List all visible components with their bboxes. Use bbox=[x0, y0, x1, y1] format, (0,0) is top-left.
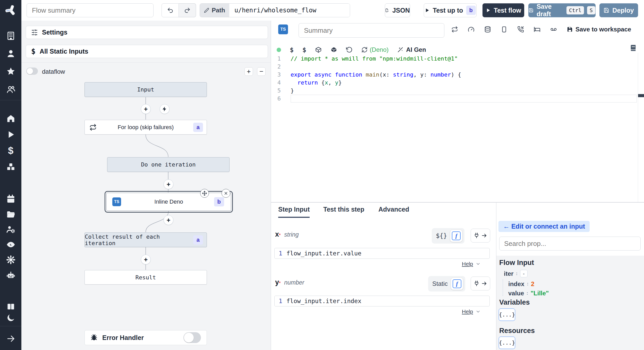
field-y-connect-button[interactable] bbox=[471, 277, 490, 290]
sleep-bed-icon[interactable] bbox=[534, 26, 540, 33]
search-prop-input[interactable] bbox=[499, 237, 641, 251]
tree-row-iter[interactable]: iter : - bbox=[504, 270, 528, 277]
variables-dollar-icon[interactable]: $ bbox=[302, 46, 306, 54]
variables-object-button[interactable]: {...} bbox=[499, 309, 515, 321]
tree-row-value[interactable]: value : "Lille" bbox=[508, 290, 549, 297]
function-mode-button[interactable]: f bbox=[450, 230, 462, 242]
resources-boxes-icon[interactable] bbox=[0, 161, 21, 172]
redo-button[interactable] bbox=[179, 3, 196, 17]
path-input[interactable] bbox=[229, 4, 350, 17]
variables-dollar-icon[interactable]: $ bbox=[0, 145, 21, 156]
undo-button[interactable] bbox=[162, 3, 179, 17]
zoom-out-button[interactable]: − bbox=[257, 67, 266, 76]
save-icon bbox=[567, 26, 573, 32]
field-y-help-link[interactable]: Help bbox=[462, 309, 481, 315]
voicemail-icon[interactable] bbox=[550, 26, 557, 33]
star-icon[interactable] bbox=[0, 66, 21, 77]
step-summary-input[interactable] bbox=[299, 23, 444, 38]
field-x-help-link[interactable]: Help bbox=[462, 261, 481, 267]
flow-settings-button[interactable]: Settings bbox=[26, 26, 268, 39]
resources-object-button[interactable]: {...} bbox=[499, 337, 515, 349]
library-book-icon[interactable] bbox=[630, 44, 637, 52]
test-up-to-step-badge: b bbox=[466, 6, 476, 15]
error-handler-toggle[interactable] bbox=[183, 332, 201, 343]
prop-tree-zone: Flow Input iter : - index : 2 value : "L… bbox=[496, 256, 644, 350]
node-label: Do one iteration bbox=[141, 161, 196, 168]
add-trigger-bolt-button[interactable] bbox=[160, 104, 170, 114]
flow-node-result[interactable]: Result bbox=[84, 270, 207, 285]
test-up-to-label: Test up to bbox=[433, 7, 463, 14]
add-step-button[interactable]: + bbox=[141, 104, 151, 114]
cache-database-icon[interactable] bbox=[484, 26, 491, 33]
flow-node-input[interactable]: Input bbox=[84, 82, 207, 97]
folders-icon[interactable] bbox=[0, 209, 21, 220]
field-y-mode-toggle[interactable]: Static f bbox=[428, 276, 465, 291]
static-mode-label[interactable]: Static bbox=[432, 280, 448, 287]
typescript-badge: TS bbox=[278, 24, 288, 34]
error-handler-row[interactable]: Error Handler bbox=[84, 330, 207, 345]
edit-or-connect-chip[interactable]: ← Edit or connect an input bbox=[498, 221, 590, 232]
user-icon[interactable] bbox=[0, 48, 21, 59]
tab-step-input[interactable]: Step Input bbox=[278, 206, 310, 218]
function-icon: f bbox=[452, 231, 461, 240]
tab-test-this-step[interactable]: Test this step bbox=[323, 206, 364, 217]
reset-rotate-ccw-icon[interactable] bbox=[346, 46, 353, 53]
dark-mode-moon-icon[interactable] bbox=[0, 312, 21, 323]
ai-robot-icon[interactable] bbox=[0, 270, 21, 281]
field-x-mode-toggle[interactable]: ${} f bbox=[432, 228, 464, 244]
delete-node-button[interactable] bbox=[222, 189, 230, 198]
phone-incoming-icon[interactable] bbox=[517, 26, 524, 33]
json-button[interactable]: JSON bbox=[385, 3, 410, 17]
code-editor[interactable]: // import * as wmill from "npm:windmill-… bbox=[291, 55, 637, 103]
schedules-calendar-icon[interactable] bbox=[0, 193, 21, 205]
package-box-icon[interactable] bbox=[315, 46, 322, 53]
expand-sidebar-arrow-icon[interactable] bbox=[0, 333, 21, 344]
prop-picker-panel: ← Edit or connect an input Flow Input it… bbox=[496, 202, 644, 350]
flow-node-do-one-iteration[interactable]: Do one iteration bbox=[107, 157, 230, 172]
resources-title: Resources bbox=[499, 327, 535, 335]
docs-books-icon[interactable] bbox=[0, 301, 21, 312]
flow-node-collect-result[interactable]: Collect result of each iteration a bbox=[84, 232, 207, 247]
retry-repeat-icon[interactable] bbox=[451, 26, 458, 33]
home-icon[interactable] bbox=[0, 113, 21, 124]
add-step-button[interactable]: + bbox=[164, 215, 173, 225]
concurrency-gauge-icon[interactable] bbox=[468, 26, 474, 33]
field-x-expression-input[interactable]: 1 flow_input.iter.value bbox=[274, 248, 490, 259]
save-draft-button[interactable]: Save draft Ctrl S bbox=[528, 3, 596, 17]
flow-node-for-loop[interactable]: For loop (skip failures) a bbox=[84, 120, 207, 135]
workspace-building-icon[interactable] bbox=[0, 30, 21, 41]
tree-row-index[interactable]: index : 2 bbox=[508, 280, 534, 288]
test-flow-button[interactable]: Test flow bbox=[482, 3, 524, 17]
all-static-inputs-button[interactable]: $ All Static Inputs bbox=[26, 45, 268, 58]
field-y-expression-input[interactable]: 1 flow_input.iter.index bbox=[274, 296, 490, 306]
audit-eye-icon[interactable] bbox=[0, 239, 21, 250]
ai-gen-button[interactable]: AI Gen bbox=[397, 46, 426, 53]
groups-gear-icon[interactable] bbox=[0, 224, 21, 235]
move-node-handle[interactable] bbox=[200, 189, 209, 198]
users-icon[interactable] bbox=[0, 84, 21, 95]
reload-deno-button[interactable]: (Deno) bbox=[361, 46, 388, 53]
collapse-button[interactable]: - bbox=[520, 270, 528, 277]
package-box-filled-icon[interactable] bbox=[331, 46, 337, 53]
runs-play-icon[interactable] bbox=[0, 129, 21, 140]
test-up-to-button[interactable]: Test up to b bbox=[424, 3, 477, 17]
step-editor-panel: TS Save to workspace $ $ (Deno) bbox=[271, 21, 644, 202]
path-editor[interactable]: Path bbox=[200, 3, 350, 17]
windmill-logo-icon[interactable] bbox=[0, 5, 21, 16]
path-chip[interactable]: Path bbox=[200, 4, 229, 17]
deploy-button[interactable]: Deploy bbox=[599, 3, 638, 17]
save-to-workspace-button[interactable]: Save to workspace bbox=[567, 26, 631, 33]
function-mode-button[interactable]: f bbox=[451, 278, 463, 290]
zoom-in-button[interactable]: + bbox=[244, 67, 253, 76]
assets-dollar-icon[interactable]: $ bbox=[290, 46, 294, 54]
mobile-square-icon[interactable] bbox=[501, 26, 507, 33]
flow-node-inline-deno[interactable]: TS Inline Deno b bbox=[106, 193, 231, 211]
add-step-button[interactable]: + bbox=[141, 255, 151, 264]
add-step-button[interactable]: + bbox=[164, 179, 173, 189]
settings-gear-icon[interactable] bbox=[0, 254, 21, 265]
field-x-connect-button[interactable] bbox=[471, 229, 490, 243]
dataflow-toggle[interactable] bbox=[26, 68, 38, 75]
javascript-expr-mode-label[interactable]: ${} bbox=[436, 232, 447, 239]
tab-advanced[interactable]: Advanced bbox=[378, 206, 409, 217]
flow-summary-input[interactable] bbox=[27, 3, 154, 17]
